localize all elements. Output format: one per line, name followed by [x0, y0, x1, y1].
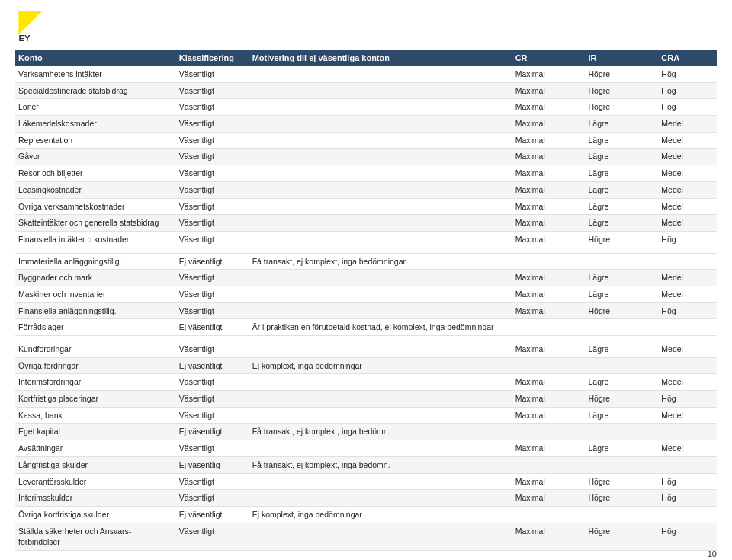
header: EY Building a better working world: [0, 0, 732, 50]
page-number: 10: [708, 549, 717, 558]
table-row: Resor och biljetterVäsentligtMaximalLägr…: [15, 165, 717, 182]
table-row: Övriga kortfristiga skulderEj väsentligt…: [15, 506, 717, 523]
col-header-cr: CR: [512, 50, 586, 66]
table-row: Kassa, bankVäsentligtMaximalLägreMedel: [15, 407, 717, 424]
col-header-konto: Konto: [15, 50, 176, 66]
table-container: Konto Klassificering Motivering till ej …: [0, 50, 732, 560]
col-header-motivering: Motivering till ej väsentliga konton: [249, 50, 512, 66]
svg-text:EY: EY: [18, 34, 30, 43]
table-row: [15, 248, 717, 253]
svg-marker-0: [18, 11, 42, 35]
main-table: Konto Klassificering Motivering till ej …: [15, 50, 717, 551]
table-row: KundfordringarVäsentligtMaximalLägreMede…: [15, 341, 717, 358]
page: EY Building a better working world Konto…: [0, 0, 732, 560]
table-row: Finansiella intäkter o kostnaderVäsentli…: [15, 231, 717, 248]
table-row: LönerVäsentligtMaximalHögreHög: [15, 99, 717, 116]
table-row: AvsättningarVäsentligtMaximalLägreMedel: [15, 440, 717, 457]
table-row: Byggnader och markVäsentligtMaximalLägre…: [15, 270, 717, 286]
table-row: Maskiner och inventarierVäsentligtMaxima…: [15, 286, 717, 302]
table-row: Immateriella anläggningstillg.Ej väsentl…: [15, 253, 717, 270]
ey-logo: EY Building a better working world: [15, 8, 69, 46]
table-row: FörrådslagerEj väsentligtÄr i praktiken …: [15, 319, 717, 336]
table-row: Långfristiga skulderEj väsentligFå trans…: [15, 456, 717, 473]
table-row: LeasingkostnaderVäsentligtMaximalLägreMe…: [15, 181, 717, 198]
table-row: Ställda säkerheter och Ansvars-förbindel…: [15, 523, 717, 550]
table-row: LeverantörsskulderVäsentligtMaximalHögre…: [15, 473, 717, 490]
col-header-cra: CRA: [658, 50, 717, 66]
table-row: Övriga verksamhetskostnaderVäsentligtMax…: [15, 198, 717, 215]
table-row: [15, 336, 717, 341]
table-row: Specialdestinerade statsbidragVäsentligt…: [15, 82, 717, 99]
table-row: Kortfristiga placeringarVäsentligtMaxima…: [15, 391, 717, 408]
table-row: InterimsfordringarVäsentligtMaximalLägre…: [15, 374, 717, 391]
table-row: InterimsskulderVäsentligtMaximalHögreHög: [15, 490, 717, 507]
table-row: Finansiella anläggningstillg.VäsentligtM…: [15, 302, 717, 319]
table-row: RepresentationVäsentligtMaximalLägreMede…: [15, 132, 717, 149]
table-header-row: Konto Klassificering Motivering till ej …: [15, 50, 717, 66]
col-header-ir: IR: [585, 50, 658, 66]
table-row: LäkemedelskostnaderVäsentligtMaximalLägr…: [15, 116, 717, 133]
table-row: Skatteintäkter och generella statsbidrag…: [15, 215, 717, 232]
table-row: Eget kapitalEj väsentligtFå transakt, ej…: [15, 424, 717, 440]
table-row: Övriga fordringarEj väsentligtEj komplex…: [15, 357, 717, 374]
table-row: Verksamhetens intäkterVäsentligtMaximalH…: [15, 66, 717, 82]
col-header-klassificering: Klassificering: [176, 50, 249, 66]
table-row: GåvorVäsentligtMaximalLägreMedel: [15, 149, 717, 165]
